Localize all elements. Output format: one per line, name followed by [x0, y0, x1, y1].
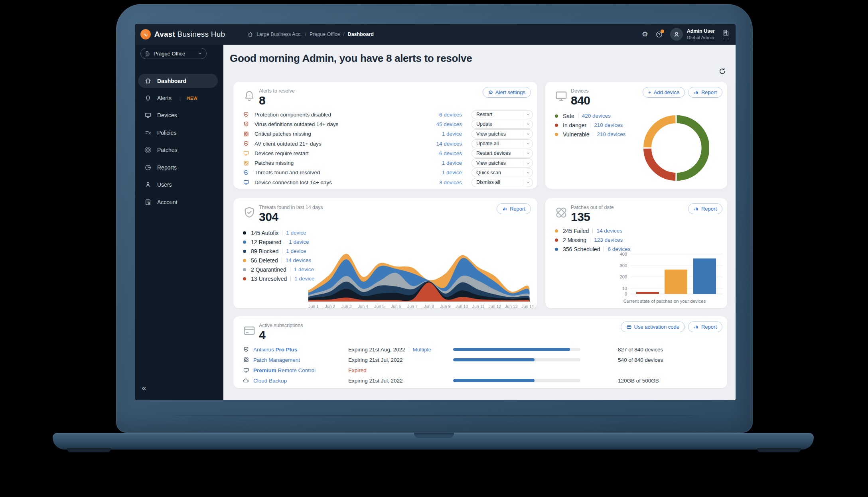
plus-icon: +: [648, 89, 651, 95]
legend-label: 56 Deleted: [251, 257, 278, 264]
shield-icon: [242, 205, 256, 221]
patches-icon: [243, 160, 250, 166]
alerts-list: Protection components disabled6 devicesR…: [243, 110, 533, 187]
sidebar-item-policies[interactable]: Policies: [138, 124, 218, 142]
alert-action-select[interactable]: Update: [471, 120, 533, 129]
gear-icon[interactable]: ⚙: [642, 30, 648, 39]
alert-action-select[interactable]: Update all: [471, 139, 533, 148]
usage-text: 120GB of 500GB: [618, 378, 659, 384]
policies-icon: [144, 129, 152, 136]
cloud-icon: [243, 377, 249, 384]
subscription-row: Premium Remote ControlExpired: [243, 365, 722, 375]
home-icon: [144, 77, 152, 85]
alert-devices-link[interactable]: 14 devices: [418, 141, 462, 147]
devices-card: Devices 840 + Add device Report Safe420 …: [545, 82, 727, 189]
company-switch-icon[interactable]: ←→: [722, 29, 730, 40]
legend-row: Vulnerable210 devices: [555, 130, 625, 139]
subscription-name-link[interactable]: Patch Management: [253, 357, 300, 363]
shield-check-icon: [243, 140, 250, 147]
legend-devices-link[interactable]: 210 devices: [594, 122, 623, 128]
sidebar-item-users[interactable]: Users: [138, 176, 218, 194]
legend-label: 13 Unresolved: [251, 276, 287, 282]
legend-dot: [243, 241, 246, 244]
alert-label: Devices require restart: [254, 150, 418, 156]
subscriptions-count: 4: [259, 328, 265, 342]
alert-devices-link[interactable]: 1 device: [418, 131, 462, 137]
legend-label: Safe: [563, 113, 574, 119]
patches-bar-chart: 400300200100: [545, 198, 727, 308]
report-button[interactable]: Report: [688, 321, 722, 332]
new-badge: NEW: [187, 96, 197, 101]
report-button[interactable]: Report: [497, 203, 531, 214]
bell-icon: [242, 89, 256, 105]
legend-row: 89 Blocked1 device: [243, 247, 315, 256]
alert-devices-link[interactable]: 3 devices: [418, 179, 462, 185]
sidebar-item-patches[interactable]: Patches: [138, 142, 218, 159]
svg-text:Jun 9: Jun 9: [440, 304, 451, 309]
org-selector[interactable]: Prague Office: [140, 48, 207, 59]
alert-row: Protection components disabled6 devicesR…: [243, 110, 533, 119]
legend-devices-link[interactable]: 1 device: [289, 239, 309, 245]
refresh-icon[interactable]: [718, 67, 727, 77]
subscription-name-link[interactable]: Premium Remote Control: [253, 367, 316, 373]
alert-settings-button[interactable]: ⚙ Alert settings: [483, 87, 531, 98]
legend-devices-link[interactable]: 210 devices: [597, 131, 625, 137]
alert-devices-link[interactable]: 1 device: [418, 170, 462, 176]
user-icon: [144, 181, 152, 188]
sidebar-item-alerts[interactable]: Alerts|NEW: [138, 89, 218, 107]
legend-devices-link[interactable]: 420 devices: [582, 113, 611, 119]
svg-text:Jun 14: Jun 14: [521, 304, 533, 309]
sidebar-item-dashboard[interactable]: Dashboard: [138, 74, 218, 88]
bar-chart-icon: [694, 90, 699, 95]
alert-action-select[interactable]: Restart: [471, 110, 533, 119]
add-device-button[interactable]: + Add device: [643, 87, 685, 98]
alert-action-select[interactable]: Restart devices: [471, 149, 533, 158]
sidebar-item-reports[interactable]: Reports: [138, 159, 218, 176]
usage-text: 827 of 840 devices: [618, 347, 663, 353]
breadcrumb-item-prague-office[interactable]: Prague Office: [310, 32, 340, 37]
report-button[interactable]: Report: [688, 87, 722, 98]
breadcrumb-item-dashboard[interactable]: Dashboard: [348, 32, 374, 37]
alert-label: AV client outdated 21+ days: [254, 141, 418, 147]
use-activation-code-button[interactable]: Use activation code: [621, 321, 685, 332]
subscriptions-card: Active subscriptions 4 Use activation co…: [233, 316, 727, 388]
alerts-card: Alerts to resolve 8 ⚙ Alert settings Pro…: [233, 82, 537, 189]
alert-label: Device connection lost 14+ days: [254, 179, 418, 185]
expiry-text: Expiring 21st Jul, 2022: [348, 357, 403, 363]
alert-action-select[interactable]: Quick scan: [471, 168, 533, 177]
alert-action-select[interactable]: View patches: [471, 158, 533, 168]
alert-devices-link[interactable]: 45 devices: [418, 121, 462, 127]
sidebar-collapse-button[interactable]: «: [142, 383, 146, 392]
subscription-name-link[interactable]: Cloud Backup: [253, 378, 287, 384]
sidebar-item-devices[interactable]: Devices: [138, 107, 218, 124]
breadcrumb-item-large-business-acc-[interactable]: Large Business Acc.: [256, 32, 302, 37]
help-icon[interactable]: [655, 31, 663, 38]
legend-devices-link[interactable]: 1 device: [286, 230, 306, 236]
home-icon[interactable]: [247, 32, 253, 37]
monitor-icon: [243, 367, 249, 373]
svg-text:400: 400: [620, 252, 627, 256]
alert-action-select[interactable]: View patches: [471, 129, 533, 138]
alert-devices-link[interactable]: 6 devices: [418, 112, 462, 118]
svg-text:Jun 13: Jun 13: [505, 304, 518, 309]
alert-action-select[interactable]: Dismiss all: [471, 178, 533, 187]
page-title: Good morning Admin, you have 8 alerts to…: [230, 52, 472, 65]
alert-action-label: Update all: [472, 141, 523, 146]
alert-row: Virus definitions outdated 14+ days45 de…: [243, 119, 533, 129]
credit-card-icon: [626, 324, 632, 330]
shield-check-icon: [243, 170, 250, 176]
subscription-name-link[interactable]: Antivirus Pro Plus: [253, 347, 297, 353]
sidebar-item-account[interactable]: Account: [138, 193, 218, 211]
multiple-link[interactable]: Multiple: [413, 347, 432, 353]
alert-action-label: Dismiss all: [472, 179, 523, 185]
svg-text:Jun 6: Jun 6: [391, 304, 401, 309]
alert-row: Patches missing1 deviceView patches: [243, 158, 533, 168]
credit-card-icon: [242, 323, 256, 339]
avatar[interactable]: [670, 28, 683, 41]
alert-devices-link[interactable]: 6 devices: [418, 150, 462, 156]
legend-devices-link[interactable]: 1 device: [286, 248, 306, 254]
office-icon: [145, 51, 150, 56]
user-info[interactable]: Admin User Global Admin: [687, 28, 715, 40]
alert-devices-link[interactable]: 1 device: [418, 160, 462, 166]
app-window: Avast Business Hub Large Business Acc./P…: [135, 24, 736, 400]
